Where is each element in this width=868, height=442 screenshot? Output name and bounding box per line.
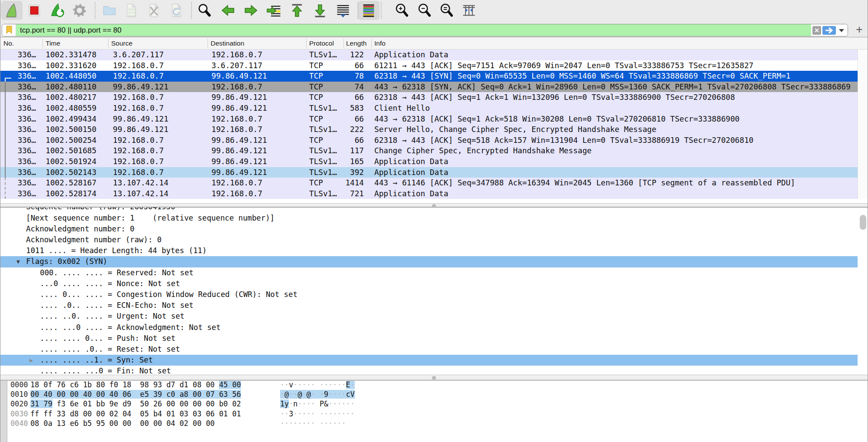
bookmark-icon[interactable] [2, 24, 16, 36]
column-divider[interactable] [306, 39, 307, 48]
expand-arrow-icon[interactable]: ▶ [30, 355, 33, 366]
hex-offset: 0010 [10, 389, 28, 399]
cell-info: Application Data [374, 188, 858, 199]
cell-no: 336… [0, 60, 36, 71]
packet-row[interactable]: 336…1002.502143192.168.0.799.86.49.121TL… [0, 167, 858, 178]
packet-row[interactable]: 336…1002.52816713.107.42.14192.168.0.7TC… [0, 178, 858, 188]
column-divider[interactable] [108, 39, 109, 48]
detail-line[interactable]: Acknowledgment number: 0 [0, 224, 858, 234]
start-capture-button[interactable] [4, 3, 20, 18]
cell-no: 336… [0, 49, 36, 60]
hex-ascii[interactable]: 1y·n···· P&······ [280, 399, 355, 409]
splitter-list-details[interactable] [0, 203, 868, 207]
hex-offset: 0000 [10, 380, 28, 389]
column-header-source[interactable]: Source [111, 37, 206, 49]
clear-filter-button[interactable]: ✕ [812, 26, 821, 35]
column-divider[interactable] [371, 39, 372, 48]
column-header-destination[interactable]: Destination [211, 37, 304, 49]
resize-columns-button[interactable] [461, 3, 477, 18]
add-filter-button[interactable]: + [853, 23, 866, 36]
next-packet-button[interactable] [243, 3, 259, 18]
hex-row[interactable]: 002031 79 f3 6e 01 bb 9e d9 50 26 00 00 … [0, 399, 858, 409]
packet-row[interactable]: 336…1002.3314783.6.207.117192.168.0.7TLS… [0, 49, 858, 60]
detail-line[interactable]: 1011 .... = Header Length: 44 bytes (11) [0, 245, 858, 256]
detail-line[interactable]: .... .0.. .... = ECN-Echo: Not set [0, 300, 858, 311]
reload-file-button[interactable]: 01010110 [168, 3, 184, 18]
packet-row[interactable]: 336…1002.49943499.86.49.121192.168.0.7TC… [0, 114, 858, 125]
detail-line[interactable]: Sequence number (raw): 2603041936 [0, 207, 858, 213]
packet-row[interactable]: 336…1002.48011099.86.49.121192.168.0.7TC… [0, 82, 858, 92]
cell-len: 117 [341, 145, 364, 156]
find-packet-button[interactable] [197, 3, 212, 18]
colorize-button[interactable] [361, 3, 376, 18]
restart-capture-button[interactable] [49, 3, 65, 18]
hex-row[interactable]: 001000 40 00 00 40 00 40 06 e5 39 c0 a8 … [0, 389, 858, 399]
first-packet-button[interactable] [289, 3, 305, 18]
packet-row[interactable]: 336…1002.480559192.168.0.799.86.49.121TL… [0, 103, 858, 114]
hex-row[interactable]: 0030ff ff 33 d8 00 00 02 04 05 b4 01 03 … [0, 409, 858, 419]
hex-bytes[interactable]: 18 0f 76 c6 1b 80 f0 18 98 93 d7 d1 08 0… [30, 380, 241, 389]
zoom-original-button[interactable] [439, 3, 455, 18]
packet-row[interactable]: 336…1002.501924192.168.0.799.86.49.121TL… [0, 156, 858, 167]
packet-row[interactable]: 336…1002.501685192.168.0.799.86.49.121TL… [0, 145, 858, 156]
zoom-in-button[interactable] [394, 3, 410, 18]
zoom-out-button[interactable] [417, 3, 432, 18]
hex-bytes[interactable]: ff ff 33 d8 00 00 02 04 05 b4 01 03 03 0… [30, 409, 241, 419]
column-header-no[interactable]: No. [3, 37, 41, 49]
open-file-button[interactable] [102, 3, 117, 18]
details-scrollbar-thumb[interactable] [860, 215, 866, 230]
previous-packet-button[interactable] [220, 3, 236, 18]
detail-line[interactable]: .... ...0 .... = Acknowledgment: Not set [0, 322, 858, 333]
stop-capture-button[interactable] [26, 3, 42, 18]
packet-row[interactable]: 336…1002.50015099.86.49.121192.168.0.7TL… [0, 124, 858, 135]
close-file-button[interactable] [146, 3, 162, 18]
save-file-button[interactable]: 010100110101110 [123, 3, 139, 18]
detail-line[interactable]: .... 0... .... = Congestion Window Reduc… [0, 289, 858, 300]
packet-list-scrollbar[interactable] [858, 49, 868, 199]
packet-row[interactable]: 336…1002.52817413.107.42.14192.168.0.7TL… [0, 188, 858, 199]
display-filter-text[interactable]: tcp.port == 80 || udp.port == 80 [20, 24, 122, 36]
capture-options-button[interactable] [72, 3, 87, 18]
hex-row[interactable]: 004008 0a 13 e6 b5 95 00 00 00 00 04 02 … [0, 419, 858, 428]
column-header-time[interactable]: Time [46, 37, 106, 49]
apply-filter-button[interactable] [822, 26, 836, 35]
hex-bytes[interactable]: 00 40 00 00 40 00 40 06 e5 39 c0 a8 00 0… [30, 389, 241, 399]
detail-line[interactable]: [Next sequence number: 1 (relative seque… [0, 213, 858, 224]
packet-row[interactable]: 336…1002.500254192.168.0.799.86.49.121TC… [0, 135, 858, 146]
display-filter-input[interactable]: tcp.port == 80 || udp.port == 80 ✕ [2, 24, 848, 36]
go-to-packet-button[interactable] [266, 3, 282, 18]
detail-line[interactable]: Acknowledgment number (raw): 0 [0, 234, 858, 245]
hex-row[interactable]: 000018 0f 76 c6 1b 80 f0 18 98 93 d7 d1 … [0, 380, 858, 389]
hex-ascii[interactable]: ········ ······ [280, 419, 346, 428]
column-divider[interactable] [208, 39, 208, 48]
splitter-details-hex[interactable] [0, 375, 868, 380]
column-header-protocol[interactable]: Protocol [309, 37, 342, 49]
detail-line[interactable]: ▶.... .... ..1. = Syn: Set [0, 355, 858, 366]
packet-row[interactable]: 336…1002.480217192.168.0.799.86.49.121TC… [0, 92, 858, 103]
detail-line[interactable]: ▼Flags: 0x002 (SYN) [0, 256, 858, 267]
column-header-length[interactable]: Length [346, 37, 369, 49]
cell-dst: 192.168.0.7 [211, 178, 305, 188]
detail-line[interactable]: .... ..0. .... = Urgent: Not set [0, 311, 858, 322]
hex-bytes[interactable]: 31 79 f3 6e 01 bb 9e d9 50 26 00 00 00 0… [30, 399, 241, 409]
detail-line[interactable]: .... .... .0.. = Reset: Not set [0, 344, 858, 355]
detail-line[interactable]: .... .... 0... = Push: Not set [0, 333, 858, 344]
detail-line[interactable]: ...0 .... .... = Nonce: Not set [0, 278, 858, 289]
column-divider[interactable] [343, 39, 344, 48]
packet-row[interactable]: 336…1002.331620192.168.0.73.6.207.117TCP… [0, 60, 858, 71]
hex-ascii[interactable]: ·@··@·@· ·9····cV [280, 389, 355, 399]
selected-bytes: 45 00 [219, 380, 241, 389]
collapse-arrow-icon[interactable]: ▼ [17, 256, 20, 267]
packet-row[interactable]: 336…1002.448050192.168.0.799.86.49.121TC… [0, 71, 858, 82]
auto-scroll-button[interactable] [335, 3, 351, 18]
column-header-info[interactable]: Info [374, 37, 852, 49]
hex-ascii[interactable]: ··3····· ········ [280, 409, 355, 419]
detail-line[interactable]: .... .... ...0 = Fin: Not set [0, 366, 858, 374]
column-divider[interactable] [43, 39, 43, 48]
detail-line[interactable]: 000. .... .... = Reserved: Not set [0, 267, 858, 278]
last-packet-button[interactable] [312, 3, 328, 18]
filter-dropdown-icon[interactable] [839, 29, 844, 32]
hex-bytes[interactable]: 08 0a 13 e6 b5 95 00 00 00 00 04 02 00 0… [30, 419, 215, 428]
magnifier-minus-icon [417, 3, 432, 18]
hex-ascii[interactable]: ··v····· ······E· [280, 380, 355, 389]
